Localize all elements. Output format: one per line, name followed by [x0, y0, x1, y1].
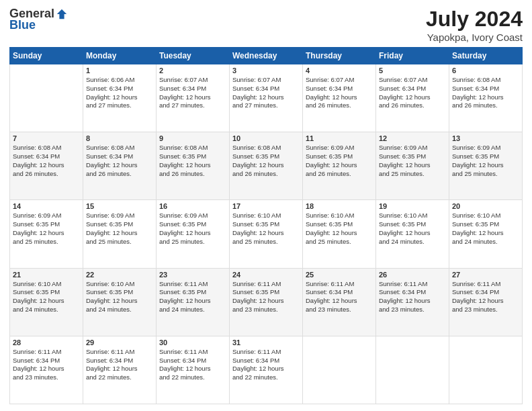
day-number: 15 — [86, 202, 153, 210]
calendar-cell: 27Sunrise: 6:11 AM Sunset: 6:34 PM Dayli… — [449, 268, 523, 336]
day-info: Sunrise: 6:09 AM Sunset: 6:35 PM Dayligh… — [452, 144, 519, 178]
calendar-cell: 19Sunrise: 6:10 AM Sunset: 6:35 PM Dayli… — [376, 200, 449, 268]
calendar-cell: 15Sunrise: 6:09 AM Sunset: 6:35 PM Dayli… — [83, 200, 157, 268]
day-number: 24 — [232, 271, 300, 279]
day-number: 21 — [13, 271, 80, 279]
day-number: 5 — [379, 66, 446, 75]
day-info: Sunrise: 6:11 AM Sunset: 6:34 PM Dayligh… — [306, 280, 373, 314]
day-info: Sunrise: 6:08 AM Sunset: 6:35 PM Dayligh… — [159, 144, 226, 178]
day-number: 12 — [379, 134, 446, 142]
day-info: Sunrise: 6:10 AM Sunset: 6:35 PM Dayligh… — [379, 212, 446, 246]
day-info: Sunrise: 6:09 AM Sunset: 6:35 PM Dayligh… — [379, 144, 446, 178]
calendar-cell: 3Sunrise: 6:07 AM Sunset: 6:34 PM Daylig… — [230, 64, 303, 132]
logo-icon — [56, 8, 68, 20]
week-row-3: 21Sunrise: 6:10 AM Sunset: 6:35 PM Dayli… — [10, 268, 523, 336]
week-row-0: 1Sunrise: 6:06 AM Sunset: 6:34 PM Daylig… — [10, 64, 523, 132]
calendar-cell — [10, 64, 83, 132]
calendar-cell: 6Sunrise: 6:08 AM Sunset: 6:34 PM Daylig… — [449, 64, 523, 132]
calendar-cell: 21Sunrise: 6:10 AM Sunset: 6:35 PM Dayli… — [10, 268, 83, 336]
day-number: 25 — [306, 271, 373, 279]
calendar-cell: 7Sunrise: 6:08 AM Sunset: 6:34 PM Daylig… — [10, 132, 83, 200]
weekday-header-thursday: Thursday — [303, 48, 376, 64]
day-info: Sunrise: 6:10 AM Sunset: 6:35 PM Dayligh… — [232, 212, 300, 246]
month-year: July 2024 — [426, 7, 523, 32]
header: General Blue July 2024 Yapokpa, Ivory Co… — [9, 7, 523, 43]
day-info: Sunrise: 6:08 AM Sunset: 6:35 PM Dayligh… — [232, 144, 300, 178]
day-info: Sunrise: 6:11 AM Sunset: 6:34 PM Dayligh… — [232, 348, 300, 382]
calendar-cell: 26Sunrise: 6:11 AM Sunset: 6:34 PM Dayli… — [376, 268, 449, 336]
day-number: 26 — [379, 271, 446, 279]
day-info: Sunrise: 6:08 AM Sunset: 6:34 PM Dayligh… — [86, 144, 153, 178]
day-info: Sunrise: 6:08 AM Sunset: 6:34 PM Dayligh… — [13, 144, 80, 178]
day-info: Sunrise: 6:07 AM Sunset: 6:34 PM Dayligh… — [379, 76, 446, 110]
calendar-cell: 5Sunrise: 6:07 AM Sunset: 6:34 PM Daylig… — [376, 64, 449, 132]
week-row-4: 28Sunrise: 6:11 AM Sunset: 6:34 PM Dayli… — [10, 336, 523, 404]
day-info: Sunrise: 6:10 AM Sunset: 6:35 PM Dayligh… — [86, 280, 153, 314]
calendar-cell: 22Sunrise: 6:10 AM Sunset: 6:35 PM Dayli… — [83, 268, 157, 336]
day-number: 13 — [452, 134, 519, 142]
calendar-cell: 31Sunrise: 6:11 AM Sunset: 6:34 PM Dayli… — [230, 336, 303, 404]
weekday-header-friday: Friday — [376, 48, 449, 64]
day-number: 3 — [232, 66, 300, 75]
weekday-header-tuesday: Tuesday — [157, 48, 230, 64]
day-info: Sunrise: 6:07 AM Sunset: 6:34 PM Dayligh… — [306, 76, 373, 110]
day-info: Sunrise: 6:11 AM Sunset: 6:34 PM Dayligh… — [86, 348, 153, 382]
week-row-1: 7Sunrise: 6:08 AM Sunset: 6:34 PM Daylig… — [10, 132, 523, 200]
calendar-cell: 28Sunrise: 6:11 AM Sunset: 6:34 PM Dayli… — [10, 336, 83, 404]
day-info: Sunrise: 6:11 AM Sunset: 6:34 PM Dayligh… — [379, 280, 446, 314]
day-number: 16 — [159, 202, 226, 210]
week-row-2: 14Sunrise: 6:09 AM Sunset: 6:35 PM Dayli… — [10, 200, 523, 268]
page: General Blue July 2024 Yapokpa, Ivory Co… — [0, 0, 532, 411]
calendar-cell: 14Sunrise: 6:09 AM Sunset: 6:35 PM Dayli… — [10, 200, 83, 268]
weekday-header-monday: Monday — [83, 48, 157, 64]
calendar-cell: 24Sunrise: 6:11 AM Sunset: 6:35 PM Dayli… — [230, 268, 303, 336]
day-number: 22 — [86, 271, 153, 279]
day-number: 20 — [452, 202, 519, 210]
day-info: Sunrise: 6:07 AM Sunset: 6:34 PM Dayligh… — [232, 76, 300, 110]
weekday-header-row: SundayMondayTuesdayWednesdayThursdayFrid… — [10, 48, 523, 64]
day-info: Sunrise: 6:09 AM Sunset: 6:35 PM Dayligh… — [306, 144, 373, 178]
day-number: 31 — [232, 338, 300, 347]
day-number: 1 — [86, 66, 153, 75]
day-number: 2 — [159, 66, 226, 75]
day-info: Sunrise: 6:10 AM Sunset: 6:35 PM Dayligh… — [13, 280, 80, 314]
calendar-cell: 23Sunrise: 6:11 AM Sunset: 6:35 PM Dayli… — [157, 268, 230, 336]
day-info: Sunrise: 6:10 AM Sunset: 6:35 PM Dayligh… — [306, 212, 373, 246]
day-number: 14 — [13, 202, 80, 210]
calendar-cell: 18Sunrise: 6:10 AM Sunset: 6:35 PM Dayli… — [303, 200, 376, 268]
day-info: Sunrise: 6:09 AM Sunset: 6:35 PM Dayligh… — [86, 212, 153, 246]
title-block: July 2024 Yapokpa, Ivory Coast — [426, 7, 523, 43]
day-info: Sunrise: 6:09 AM Sunset: 6:35 PM Dayligh… — [159, 212, 226, 246]
day-number: 11 — [306, 134, 373, 142]
day-number: 18 — [306, 202, 373, 210]
day-number: 23 — [159, 271, 226, 279]
weekday-header-sunday: Sunday — [10, 48, 83, 64]
day-number: 27 — [452, 271, 519, 279]
day-number: 29 — [86, 338, 153, 347]
calendar-cell: 17Sunrise: 6:10 AM Sunset: 6:35 PM Dayli… — [230, 200, 303, 268]
logo-blue-text: Blue — [9, 18, 36, 32]
calendar-cell: 16Sunrise: 6:09 AM Sunset: 6:35 PM Dayli… — [157, 200, 230, 268]
day-number: 7 — [13, 134, 80, 142]
location: Yapokpa, Ivory Coast — [426, 32, 523, 43]
calendar-cell: 11Sunrise: 6:09 AM Sunset: 6:35 PM Dayli… — [303, 132, 376, 200]
calendar-cell: 20Sunrise: 6:10 AM Sunset: 6:35 PM Dayli… — [449, 200, 523, 268]
day-info: Sunrise: 6:06 AM Sunset: 6:34 PM Dayligh… — [86, 76, 153, 110]
day-info: Sunrise: 6:10 AM Sunset: 6:35 PM Dayligh… — [452, 212, 519, 246]
day-info: Sunrise: 6:07 AM Sunset: 6:34 PM Dayligh… — [159, 76, 226, 110]
calendar-cell: 13Sunrise: 6:09 AM Sunset: 6:35 PM Dayli… — [449, 132, 523, 200]
day-number: 8 — [86, 134, 153, 142]
logo: General Blue — [9, 7, 68, 32]
day-number: 9 — [159, 134, 226, 142]
calendar-cell — [449, 336, 523, 404]
calendar-table: SundayMondayTuesdayWednesdayThursdayFrid… — [9, 47, 523, 404]
calendar-cell — [376, 336, 449, 404]
calendar-cell: 25Sunrise: 6:11 AM Sunset: 6:34 PM Dayli… — [303, 268, 376, 336]
day-number: 19 — [379, 202, 446, 210]
day-info: Sunrise: 6:11 AM Sunset: 6:35 PM Dayligh… — [159, 280, 226, 314]
day-info: Sunrise: 6:08 AM Sunset: 6:34 PM Dayligh… — [452, 76, 519, 110]
day-number: 10 — [232, 134, 300, 142]
calendar-cell: 12Sunrise: 6:09 AM Sunset: 6:35 PM Dayli… — [376, 132, 449, 200]
day-number: 4 — [306, 66, 373, 75]
day-info: Sunrise: 6:11 AM Sunset: 6:34 PM Dayligh… — [452, 280, 519, 314]
